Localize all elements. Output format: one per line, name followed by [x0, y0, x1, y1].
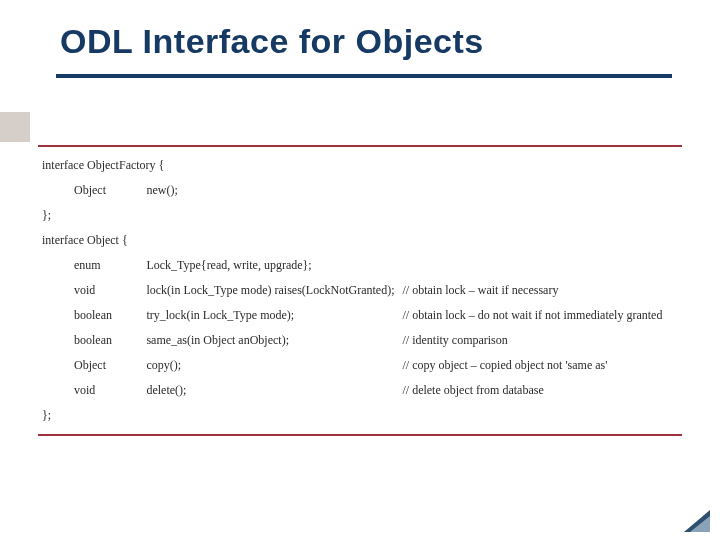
- code-row: interface Object {: [38, 228, 682, 253]
- code-row: boolean try_lock(in Lock_Type mode); // …: [38, 303, 682, 328]
- code-row: void delete(); // delete object from dat…: [38, 378, 682, 403]
- code-row: enum Lock_Type{read, write, upgrade};: [38, 253, 682, 278]
- code-type: boolean: [38, 303, 142, 328]
- code-row: Object new();: [38, 178, 682, 203]
- code-type: Object: [38, 353, 142, 378]
- code-row: void lock(in Lock_Type mode) raises(Lock…: [38, 278, 682, 303]
- code-type: void: [38, 378, 142, 403]
- code-signature: lock(in Lock_Type mode) raises(LockNotGr…: [142, 278, 398, 303]
- page-curl-icon: [684, 510, 710, 532]
- slide-title: ODL Interface for Objects: [60, 22, 680, 61]
- code-signature: copy();: [142, 353, 398, 378]
- code-signature: same_as(in Object anObject);: [142, 328, 398, 353]
- code-type: enum: [38, 253, 142, 278]
- code-text: };: [38, 403, 682, 428]
- code-type: Object: [38, 178, 142, 203]
- code-signature: try_lock(in Lock_Type mode);: [142, 303, 398, 328]
- code-signature: delete();: [142, 378, 398, 403]
- slide: ODL Interface for Objects interface Obje…: [0, 0, 720, 540]
- code-text: interface ObjectFactory {: [38, 153, 682, 178]
- code-listing: interface ObjectFactory { Object new(); …: [38, 145, 682, 436]
- code-row: Object copy(); // copy object – copied o…: [38, 353, 682, 378]
- title-underline: [56, 74, 672, 78]
- code-comment: // delete object from database: [398, 378, 682, 403]
- code-comment: // copy object – copied object not 'same…: [398, 353, 682, 378]
- top-rule: [38, 145, 682, 147]
- side-accent-tab: [0, 112, 30, 142]
- code-comment: // obtain lock – wait if necessary: [398, 278, 682, 303]
- code-text: };: [38, 203, 682, 228]
- code-comment: // obtain lock – do not wait if not imme…: [398, 303, 682, 328]
- code-table: interface ObjectFactory { Object new(); …: [38, 153, 682, 428]
- code-comment: [398, 178, 682, 203]
- bottom-rule: [38, 434, 682, 436]
- code-row: };: [38, 403, 682, 428]
- code-signature: new();: [142, 178, 398, 203]
- code-row: boolean same_as(in Object anObject); // …: [38, 328, 682, 353]
- code-row: interface ObjectFactory {: [38, 153, 682, 178]
- code-type: boolean: [38, 328, 142, 353]
- code-text: interface Object {: [38, 228, 682, 253]
- code-row: };: [38, 203, 682, 228]
- code-signature: Lock_Type{read, write, upgrade};: [142, 253, 682, 278]
- code-comment: // identity comparison: [398, 328, 682, 353]
- code-type: void: [38, 278, 142, 303]
